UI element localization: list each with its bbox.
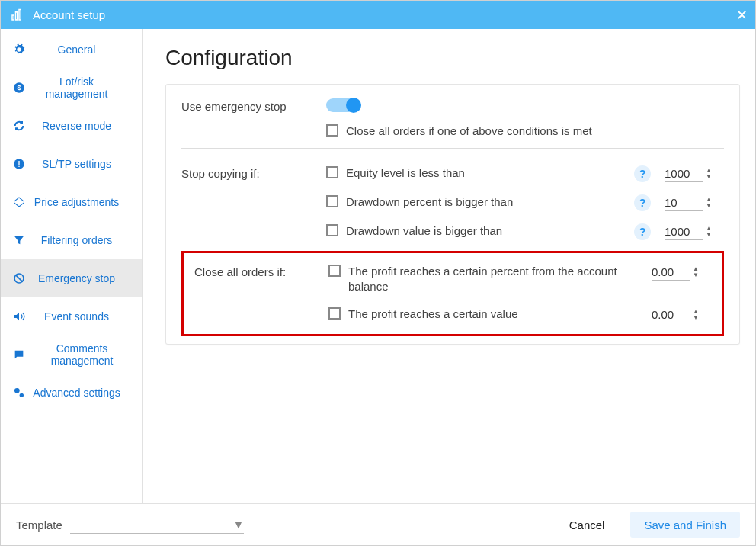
titlebar: Account setup ✕ bbox=[1, 1, 755, 29]
equity-input[interactable] bbox=[665, 165, 703, 182]
filter-icon bbox=[11, 234, 27, 246]
close-all-conditions-label: Close all orders if one of above conditi… bbox=[346, 124, 724, 139]
svg-rect-1 bbox=[16, 11, 18, 20]
use-emergency-label: Use emergency stop bbox=[181, 98, 326, 113]
footer: Template ▼ Cancel Save and Finish bbox=[1, 503, 755, 545]
profit-pct-label: The profit reaches a certain percent fro… bbox=[348, 264, 652, 294]
dd-pct-checkbox[interactable] bbox=[326, 195, 338, 207]
page-title: Configuration bbox=[165, 46, 740, 70]
equity-label: Equity level is less than bbox=[346, 165, 634, 181]
sidebar-item-label: Advanced settings bbox=[33, 387, 142, 399]
sidebar-item-emergency[interactable]: Emergency stop bbox=[1, 259, 142, 297]
sidebar-item-comments[interactable]: Comments management bbox=[1, 336, 142, 374]
template-select[interactable]: ▼ bbox=[70, 515, 244, 534]
sidebar-item-reverse[interactable]: Reverse mode bbox=[1, 107, 142, 145]
dd-val-help-icon[interactable]: ? bbox=[634, 223, 651, 240]
sidebar-item-label: General bbox=[33, 43, 142, 56]
template-label: Template bbox=[16, 519, 62, 532]
sidebar-item-advanced[interactable]: Advanced settings bbox=[1, 374, 142, 412]
close-icon[interactable]: ✕ bbox=[736, 7, 748, 24]
alert-icon bbox=[11, 158, 27, 170]
sidebar-item-lot-risk[interactable]: $ Lot/risk management bbox=[1, 69, 142, 107]
dd-pct-help-icon[interactable]: ? bbox=[634, 194, 651, 211]
window-title: Account setup bbox=[33, 8, 736, 21]
save-finish-button[interactable]: Save and Finish bbox=[630, 512, 740, 538]
dd-val-input[interactable] bbox=[665, 223, 703, 240]
sidebar-item-label: Filtering orders bbox=[33, 234, 142, 246]
sidebar: General $ Lot/risk management Reverse mo… bbox=[1, 29, 143, 503]
close-all-highlight: Close all orders if: The profit reaches … bbox=[181, 251, 724, 336]
svg-rect-6 bbox=[18, 161, 19, 165]
dollar-icon: $ bbox=[11, 82, 27, 94]
dd-val-checkbox[interactable] bbox=[326, 224, 338, 236]
sidebar-item-sltp[interactable]: SL/TP settings bbox=[1, 145, 142, 183]
sidebar-item-label: Lot/risk management bbox=[33, 75, 142, 100]
comment-icon bbox=[11, 348, 27, 361]
dd-pct-label: Drawdown percent is bigger than bbox=[346, 194, 634, 210]
sidebar-item-label: Reverse mode bbox=[33, 120, 142, 132]
sound-icon bbox=[11, 310, 27, 323]
dd-pct-step-down[interactable]: ▼ bbox=[706, 203, 712, 209]
close-all-conditions-checkbox[interactable] bbox=[326, 124, 338, 136]
equity-checkbox[interactable] bbox=[326, 166, 338, 178]
svg-rect-7 bbox=[18, 166, 19, 167]
use-emergency-toggle[interactable] bbox=[326, 98, 360, 112]
dd-val-label: Drawdown value is bigger than bbox=[346, 223, 634, 239]
config-panel: Use emergency stop Close all orders if o… bbox=[165, 84, 740, 345]
profit-val-checkbox[interactable] bbox=[328, 307, 341, 320]
profit-pct-input[interactable] bbox=[652, 264, 690, 281]
cancel-button[interactable]: Cancel bbox=[556, 512, 619, 538]
sidebar-item-label: Comments management bbox=[33, 342, 142, 367]
svg-point-10 bbox=[14, 388, 20, 393]
profit-val-label: The profit reaches a certain value bbox=[348, 307, 652, 322]
svg-rect-0 bbox=[12, 15, 14, 20]
gear-icon bbox=[11, 43, 27, 56]
stop-icon bbox=[11, 272, 27, 284]
main-content: Configuration Use emergency stop Close a… bbox=[143, 29, 755, 503]
dd-val-step-down[interactable]: ▼ bbox=[706, 232, 712, 238]
sidebar-item-price[interactable]: Price adjustments bbox=[1, 183, 142, 221]
sidebar-item-label: Event sounds bbox=[33, 310, 142, 323]
profit-pct-step-down[interactable]: ▼ bbox=[693, 272, 699, 278]
profit-pct-checkbox[interactable] bbox=[328, 265, 341, 277]
svg-rect-2 bbox=[19, 9, 21, 20]
profit-val-step-down[interactable]: ▼ bbox=[693, 315, 699, 321]
stop-copying-label: Stop copying if: bbox=[181, 159, 326, 246]
equity-help-icon[interactable]: ? bbox=[634, 165, 651, 182]
svg-text:$: $ bbox=[17, 84, 21, 92]
chevron-down-icon: ▼ bbox=[233, 519, 244, 531]
profit-val-input[interactable] bbox=[652, 307, 690, 323]
sidebar-item-sounds[interactable]: Event sounds bbox=[1, 297, 142, 336]
sync-icon bbox=[11, 120, 27, 132]
close-all-if-label: Close all orders if: bbox=[194, 258, 328, 329]
svg-line-9 bbox=[15, 275, 22, 281]
sidebar-item-general[interactable]: General bbox=[1, 31, 142, 69]
app-logo-icon bbox=[8, 7, 25, 24]
sidebar-item-label: Price adjustments bbox=[33, 196, 142, 208]
divider bbox=[181, 148, 724, 149]
tag-icon bbox=[11, 196, 27, 208]
sidebar-item-filtering[interactable]: Filtering orders bbox=[1, 221, 142, 259]
dd-pct-input[interactable] bbox=[665, 194, 703, 211]
sidebar-item-label: Emergency stop bbox=[33, 272, 142, 284]
gears-icon bbox=[11, 387, 27, 399]
sidebar-item-label: SL/TP settings bbox=[33, 158, 142, 170]
equity-step-down[interactable]: ▼ bbox=[706, 174, 712, 180]
svg-point-11 bbox=[20, 393, 24, 397]
